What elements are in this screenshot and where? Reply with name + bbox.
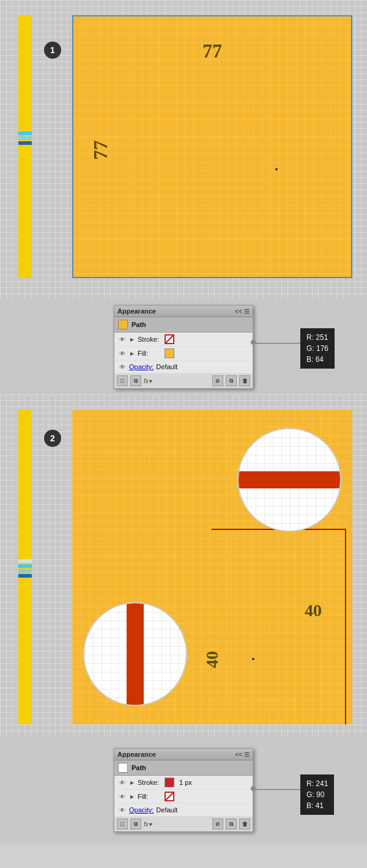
number-77-side: 77 xyxy=(89,141,112,160)
path-label-1: Path xyxy=(132,321,146,328)
stroke-size-2: 1 px xyxy=(179,779,192,786)
duplicate-icon-1[interactable]: ⧉ xyxy=(130,375,141,386)
appearance-panel-section-1: Appearance << ☰ Path 👁 ▶ Stroke: xyxy=(0,300,367,394)
panel-container-1: Appearance << ☰ Path 👁 ▶ Stroke: xyxy=(114,305,253,389)
circle-top-right xyxy=(237,428,341,532)
panel-title-1: Appearance xyxy=(117,307,156,315)
connector-line-1 xyxy=(253,343,302,344)
stroke-row-1[interactable]: 👁 ▶ Stroke: xyxy=(114,333,253,347)
panel-path-header-2: Path xyxy=(114,760,253,776)
connector-line-2 xyxy=(253,789,302,790)
arrow-icon-fill-1[interactable]: ▶ xyxy=(129,350,135,356)
menu-btn-1[interactable]: ☰ xyxy=(244,308,250,315)
panel-footer-1: □ ⧉ fx▾ ⊘ ⧉ 🗑 xyxy=(114,373,253,388)
panel-controls-1[interactable]: << ☰ xyxy=(235,308,250,315)
number-40-right: 40 xyxy=(305,601,322,620)
sidebar-stripes-2 xyxy=(18,559,32,578)
fx-icon-1[interactable]: fx▾ xyxy=(144,378,152,384)
stripe-blue-2 xyxy=(18,574,32,578)
opacity-label-1[interactable]: Opacity: xyxy=(129,363,154,370)
fx-icon-2[interactable]: fx▾ xyxy=(144,821,152,828)
canvas-2: 40 40 xyxy=(72,410,352,724)
stripe-cyan-1 xyxy=(18,131,32,135)
center-dot-2 xyxy=(252,658,254,660)
step-badge-1: 1 xyxy=(44,42,61,59)
appearance-window-2[interactable]: Appearance << ☰ Path 👁 ▶ Stroke: 1 px xyxy=(114,748,253,832)
duplicate-icon-2[interactable]: ⧉ xyxy=(130,818,141,829)
center-dot-1 xyxy=(275,168,278,171)
panel-titlebar-left-1: Appearance xyxy=(117,307,156,315)
opacity-label-2[interactable]: Opacity: xyxy=(129,806,154,814)
appearance-window-1[interactable]: Appearance << ☰ Path 👁 ▶ Stroke: xyxy=(114,305,253,389)
move-up-icon-2[interactable]: ⧉ xyxy=(226,818,237,829)
eye-icon-fill-2[interactable]: 👁 xyxy=(118,792,127,801)
fill-label-2: Fill: xyxy=(138,793,162,800)
clear-icon-2[interactable]: ⊘ xyxy=(212,818,223,829)
sidebar-yellow-bar-1 xyxy=(18,15,32,278)
tooltip-g-2: G: 90 xyxy=(306,789,328,800)
fill-row-1[interactable]: 👁 ▶ Fill: xyxy=(114,347,253,361)
circle-bottom-left xyxy=(83,602,187,706)
panel-titlebar-1: Appearance << ☰ xyxy=(114,306,253,317)
eye-icon-opacity-1: 👁 xyxy=(118,362,127,371)
panel-controls-2[interactable]: << ☰ xyxy=(235,751,250,758)
eye-icon-stroke-2[interactable]: 👁 xyxy=(118,778,127,787)
new-layer-icon-1[interactable]: □ xyxy=(117,375,128,386)
eye-icon-stroke-1[interactable]: 👁 xyxy=(118,335,127,344)
collapse-btn-2[interactable]: << xyxy=(235,751,242,758)
connector-dot-1 xyxy=(251,340,256,345)
canvas-section-1: 1 77 77 xyxy=(0,0,367,300)
fill-label-1: Fill: xyxy=(138,350,162,357)
panel-path-header-1: Path xyxy=(114,317,253,333)
arrow-icon-stroke-1[interactable]: ▶ xyxy=(129,336,135,342)
panel-titlebar-left-2: Appearance xyxy=(117,751,156,758)
delete-icon-1[interactable]: 🗑 xyxy=(239,375,250,386)
arrow-icon-fill-2[interactable]: ▶ xyxy=(129,793,135,800)
opacity-row-2: 👁 Opacity: Default xyxy=(114,804,253,817)
opacity-value-1: Default xyxy=(156,363,177,370)
number-40-side: 40 xyxy=(202,651,222,668)
collapse-btn-1[interactable]: << xyxy=(235,308,242,315)
stroke-label-2: Stroke: xyxy=(138,779,162,786)
new-layer-icon-2[interactable]: □ xyxy=(117,818,128,829)
move-up-icon-1[interactable]: ⧉ xyxy=(226,375,237,386)
menu-btn-2[interactable]: ☰ xyxy=(244,751,250,758)
panel-title-2: Appearance xyxy=(117,751,156,758)
eye-icon-opacity-2: 👁 xyxy=(118,806,127,814)
opacity-value-2: Default xyxy=(156,806,177,814)
eye-icon-fill-1[interactable]: 👁 xyxy=(118,349,127,358)
sidebar-stripes-1 xyxy=(18,131,32,145)
fill-row-2[interactable]: 👁 ▶ Fill: xyxy=(114,790,253,804)
step-badge-2: 2 xyxy=(44,430,61,447)
stroke-label-1: Stroke: xyxy=(138,336,162,343)
stroke-row-2[interactable]: 👁 ▶ Stroke: 1 px xyxy=(114,776,253,790)
color-tooltip-1: R: 251 G: 176 B: 64 xyxy=(300,328,335,369)
fill-swatch-2[interactable] xyxy=(165,792,174,801)
appearance-panel-section-2: Appearance << ☰ Path 👁 ▶ Stroke: 1 px xyxy=(0,737,367,844)
stroke-swatch-2[interactable] xyxy=(165,778,174,787)
tooltip-b-1: B: 64 xyxy=(306,354,328,365)
clear-icon-1[interactable]: ⊘ xyxy=(212,375,223,386)
stripe-light-2a xyxy=(18,559,32,563)
connector-dot-2 xyxy=(251,786,256,791)
tooltip-g-1: G: 176 xyxy=(306,343,328,354)
canvas-section-2: 2 40 40 xyxy=(0,394,367,737)
panel-footer-2: □ ⧉ fx▾ ⊘ ⧉ 🗑 xyxy=(114,817,253,831)
tooltip-r-2: R: 241 xyxy=(306,778,328,789)
stripe-lightblue-1 xyxy=(18,136,32,140)
stripe-cyan-2 xyxy=(18,564,32,568)
panel-titlebar-2: Appearance << ☰ xyxy=(114,749,253,760)
path-swatch-2 xyxy=(118,763,128,773)
panel-container-2: Appearance << ☰ Path 👁 ▶ Stroke: 1 px xyxy=(114,748,253,832)
path-label-2: Path xyxy=(132,764,146,771)
color-tooltip-2: R: 241 G: 90 B: 41 xyxy=(300,774,334,815)
red-bar-horizontal xyxy=(237,471,341,488)
arrow-icon-stroke-2[interactable]: ▶ xyxy=(129,779,135,785)
delete-icon-2[interactable]: 🗑 xyxy=(239,818,250,829)
path-swatch-1 xyxy=(118,320,128,329)
stripe-lightblue-2 xyxy=(18,569,32,573)
tooltip-b-2: B: 41 xyxy=(306,800,328,811)
tooltip-r-1: R: 251 xyxy=(306,332,328,343)
fill-swatch-1[interactable] xyxy=(165,348,174,358)
stroke-swatch-1[interactable] xyxy=(165,334,174,344)
